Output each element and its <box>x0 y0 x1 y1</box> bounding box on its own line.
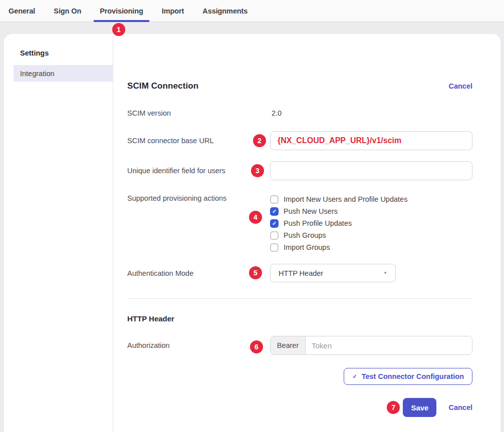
cancel-link-bottom[interactable]: Cancel <box>448 403 472 411</box>
scim-version-row: SCIM version 2.0 <box>127 109 472 117</box>
checkbox-checked-icon[interactable]: ✓ <box>270 207 279 216</box>
authorization-row: Authorization 6 Bearer <box>127 336 472 355</box>
tab-provisioning[interactable]: Provisioning <box>94 0 149 22</box>
page-title: SCIM Connection <box>127 81 198 91</box>
test-connector-button[interactable]: ✓ Test Connector Configuration <box>344 368 472 385</box>
sidebar-heading: Settings <box>4 49 113 57</box>
sidebar-item-label: Integration <box>20 70 55 78</box>
sidebar-item-integration[interactable]: Integration <box>14 65 113 82</box>
checkbox-row-push-new-users[interactable]: ✓ Push New Users <box>270 205 472 217</box>
tab-assignments[interactable]: Assignments <box>196 0 254 22</box>
check-icon: ✓ <box>272 221 277 226</box>
section-divider <box>127 298 472 299</box>
checkbox-unchecked-icon[interactable] <box>270 243 279 252</box>
annotation-badge-3: 3 <box>251 164 264 177</box>
authorization-label: Authorization <box>127 341 270 349</box>
annotation-badge-4: 4 <box>249 211 262 224</box>
annotation-badge-1: 1 <box>112 23 125 36</box>
base-url-label: SCIM connector base URL <box>127 137 270 145</box>
scim-connection-panel: SCIM Connection Cancel SCIM version 2.0 … <box>113 34 500 432</box>
settings-sidebar: Settings Integration <box>4 34 113 432</box>
unique-identifier-row: Unique identifier field for users 3 <box>127 161 472 180</box>
bearer-prefix: Bearer <box>271 336 306 354</box>
cancel-link-top[interactable]: Cancel <box>448 82 472 90</box>
checkbox-row-import-groups[interactable]: Import Groups <box>270 241 472 253</box>
http-header-section-title: HTTP Header <box>127 314 472 323</box>
base-url-input[interactable] <box>270 131 472 150</box>
base-url-row: SCIM connector base URL 2 <box>127 131 472 150</box>
checkbox-unchecked-icon[interactable] <box>270 231 279 240</box>
tab-general[interactable]: General <box>3 0 41 22</box>
checkbox-unchecked-icon[interactable] <box>270 195 279 204</box>
checkbox-label: Push Groups <box>284 231 326 239</box>
test-connector-label: Test Connector Configuration <box>362 372 464 380</box>
checkbox-label: Push New Users <box>284 207 338 215</box>
provisioning-actions-row: Supported provisioning actions 4 Import … <box>127 193 472 253</box>
auth-mode-select[interactable]: HTTP Header ▼ <box>270 264 396 282</box>
annotation-badge-7: 7 <box>387 401 400 414</box>
annotation-badge-6: 6 <box>250 340 263 353</box>
unique-identifier-input[interactable] <box>270 161 472 180</box>
checkbox-checked-icon[interactable]: ✓ <box>270 219 279 228</box>
auth-mode-selected-value: HTTP Header <box>279 269 323 277</box>
chevron-down-icon: ▼ <box>383 271 387 275</box>
provisioning-actions-label: Supported provisioning actions <box>127 193 270 202</box>
scim-version-label: SCIM version <box>127 109 270 117</box>
checkbox-row-push-groups[interactable]: Push Groups <box>270 229 472 241</box>
checkbox-row-import-new-users[interactable]: Import New Users and Profile Updates <box>270 193 472 205</box>
tab-sign-on[interactable]: Sign On <box>48 0 87 22</box>
authorization-input-group: Bearer <box>270 336 472 355</box>
token-input[interactable] <box>306 336 472 354</box>
unique-identifier-label: Unique identifier field for users <box>127 167 270 175</box>
annotation-badge-2: 2 <box>253 134 266 147</box>
annotation-badge-5: 5 <box>249 266 262 279</box>
check-icon: ✓ <box>272 209 277 214</box>
app-tab-bar: General Sign On Provisioning Import Assi… <box>0 0 504 22</box>
save-button[interactable]: Save <box>403 398 436 417</box>
checkbox-label: Push Profile Updates <box>284 219 352 227</box>
tab-import[interactable]: Import <box>156 0 190 22</box>
auth-mode-row: Authentication Mode 5 HTTP Header ▼ <box>127 264 472 282</box>
checkbox-row-push-profile-updates[interactable]: ✓ Push Profile Updates <box>270 217 472 229</box>
provisioning-card: Settings Integration SCIM Connection Can… <box>4 34 500 432</box>
checkbox-label: Import Groups <box>284 243 330 251</box>
checkbox-label: Import New Users and Profile Updates <box>284 195 407 203</box>
check-icon: ✓ <box>352 373 357 380</box>
provisioning-actions-group: 4 Import New Users and Profile Updates ✓… <box>270 193 472 253</box>
scim-version-value: 2.0 <box>270 109 472 117</box>
